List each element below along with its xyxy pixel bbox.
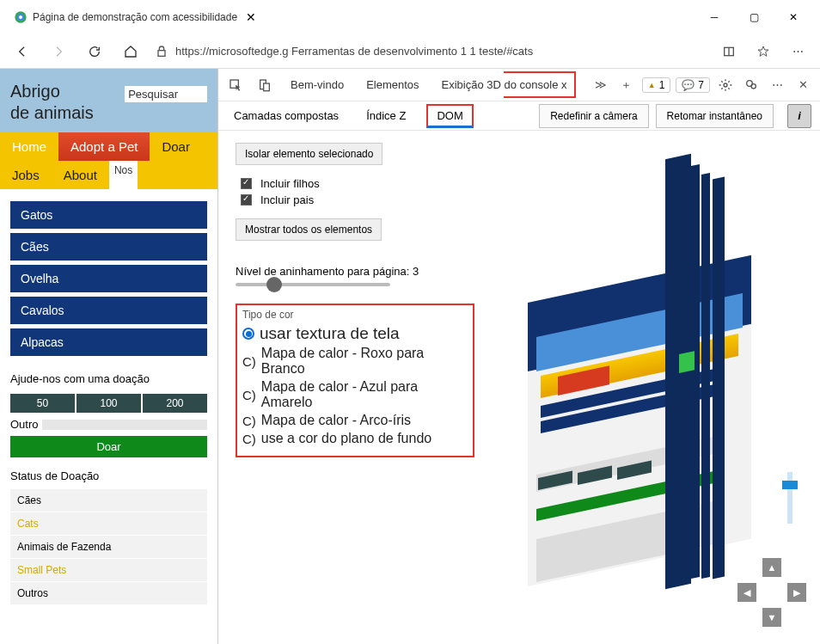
page-header: Abrigo de animais Pesquisar [0, 69, 217, 132]
tab-elements[interactable]: Elementos [359, 73, 425, 96]
pan-down[interactable]: ▼ [762, 608, 781, 627]
window-close[interactable]: ✕ [774, 3, 813, 31]
browser-tab[interactable]: Página de demonstração com acessibilidad… [7, 7, 266, 28]
tab-title: Página de demonstração com acessibilidad… [33, 11, 237, 23]
nav-home[interactable]: Home [0, 132, 58, 161]
radio-screen-texture[interactable] [242, 328, 254, 340]
nav-nos[interactable]: Nos [109, 161, 138, 189]
animal-list: Gatos Cães Ovelha Cavalos Alpacas [0, 189, 217, 356]
radio-blue-yellow-label[interactable]: Mapa de calor - Azul para Amarelo [261, 379, 468, 410]
svg-rect-7 [264, 83, 270, 91]
animal-caes[interactable]: Cães [10, 233, 207, 261]
device-icon[interactable] [254, 75, 275, 95]
include-parents-label: Incluir pais [260, 193, 314, 206]
tab-3d-console[interactable]: Exibição 3D do console x [435, 73, 574, 96]
pan-up[interactable]: ▲ [762, 558, 781, 577]
window-minimize[interactable]: ─ [695, 3, 734, 31]
window-titlebar: Página de demonstração com acessibilidad… [0, 0, 820, 34]
retake-snapshot-button[interactable]: Retomar instantâneo [656, 104, 774, 128]
address-bar[interactable]: https://microsoftedge.g Ferramentas de d… [155, 45, 705, 58]
isolate-button[interactable]: Isolar elemento selecionado [236, 143, 382, 165]
dom-controls: Isolar elemento selecionado Incluir filh… [218, 131, 476, 644]
status-fazenda[interactable]: Animais de Fazenda [10, 536, 207, 559]
3d-view[interactable]: ▲ ▼ ◀ ▶ [476, 131, 820, 644]
status-cats[interactable]: Cats [10, 512, 207, 536]
messages-badge[interactable]: 💬7 [676, 77, 710, 93]
page-title-line1: Abrigo [10, 82, 60, 101]
svg-rect-3 [158, 50, 165, 56]
include-children-checkbox[interactable] [241, 178, 252, 189]
zoom-thumb[interactable] [782, 481, 798, 489]
browser-toolbar: https://microsoftedge.g Ferramentas de d… [0, 34, 820, 69]
nesting-label: Nível de aninhamento para página: 3 [236, 265, 464, 278]
slider-thumb[interactable] [266, 277, 282, 292]
nav-about[interactable]: About [52, 161, 109, 189]
animal-gatos[interactable]: Gatos [10, 201, 207, 229]
pan-right[interactable]: ▶ [787, 583, 806, 602]
subtab-dom[interactable]: DOM [426, 104, 473, 128]
animal-ovelha[interactable]: Ovelha [10, 265, 207, 292]
svg-point-8 [724, 83, 727, 87]
reset-camera-button[interactable]: Redefinir a câmera [539, 104, 648, 128]
nav-doar[interactable]: Doar [150, 132, 202, 161]
status-heading: Status de Doação [10, 469, 207, 482]
nav-jobs[interactable]: Jobs [0, 161, 52, 189]
animal-alpacas[interactable]: Alpacas [10, 328, 207, 356]
donation-status: Status de Doação Cães Cats Animais de Fa… [0, 457, 217, 605]
devtools-more-icon[interactable]: ⋯ [767, 75, 787, 95]
other-label: Outro [10, 418, 39, 431]
subtab-zindex[interactable]: Índice Z [359, 104, 413, 127]
amount-50[interactable]: 50 [10, 394, 75, 413]
devtools-panel: Bem-vindo Elementos Exibição 3D do conso… [218, 69, 820, 644]
radio-purple-white-label[interactable]: Mapa de calor - Roxo para Branco [261, 346, 468, 377]
include-parents-checkbox[interactable] [241, 194, 252, 205]
pan-left[interactable]: ◀ [737, 583, 756, 602]
radio-background-label[interactable]: use a cor do plano de fundo [261, 431, 431, 446]
nav-adopt[interactable]: Adopt a Pet [58, 132, 150, 161]
status-caes[interactable]: Cães [10, 489, 207, 512]
inspect-icon[interactable] [225, 75, 246, 95]
reader-icon[interactable] [717, 40, 741, 64]
tab-welcome[interactable]: Bem-vindo [284, 73, 351, 96]
more-tabs-icon[interactable]: ≫ [591, 75, 611, 95]
other-input[interactable] [42, 420, 207, 430]
feedback-icon[interactable] [741, 75, 762, 95]
window-maximize[interactable]: ▢ [734, 3, 774, 31]
search-label[interactable]: Pesquisar [125, 86, 207, 102]
radio-rainbow-label[interactable]: Mapa de calor - Arco-íris [261, 413, 411, 428]
devtools-sub-tabs: Camadas compostas Índice Z DOM Redefinir… [218, 101, 820, 131]
amount-200[interactable]: 200 [143, 394, 207, 413]
tab-close-icon[interactable]: ✕ [242, 10, 260, 24]
favorite-icon[interactable] [751, 40, 775, 64]
donate-heading: Ajude-nos com uma doação [10, 372, 207, 385]
url-text: https://microsoftedge.g Ferramentas de d… [175, 45, 533, 58]
include-children-label: Incluir filhos [260, 177, 320, 190]
animal-cavalos[interactable]: Cavalos [10, 297, 207, 324]
devtools-close-icon[interactable]: ✕ [792, 75, 813, 95]
svg-point-10 [751, 83, 756, 88]
edge-favicon [14, 10, 28, 24]
back-button[interactable] [10, 40, 34, 64]
status-outros[interactable]: Outros [10, 582, 207, 605]
home-button[interactable] [119, 40, 143, 64]
devtools-top-tabs: Bem-vindo Elementos Exibição 3D do conso… [218, 69, 820, 101]
forward-button [46, 40, 70, 64]
donate-section: Ajude-nos com uma doação 50 100 200 Outr… [0, 360, 217, 457]
info-button[interactable]: i [787, 104, 811, 128]
warnings-badge[interactable]: ▲1 [642, 77, 671, 93]
main-nav: Home Adopt a Pet Doar Jobs About Nos [0, 132, 217, 189]
status-smallpets[interactable]: Small Pets [10, 559, 207, 582]
more-icon[interactable]: ⋯ [786, 40, 810, 64]
donate-button[interactable]: Doar [10, 436, 207, 457]
refresh-button[interactable] [83, 40, 107, 64]
zoom-slider[interactable] [787, 472, 792, 524]
svg-point-2 [19, 15, 22, 19]
color-type-group: Tipo de cor usar textura de tela C) Mapa… [236, 304, 474, 457]
show-all-button[interactable]: Mostrar todos os elementos [236, 218, 382, 241]
subtab-composited[interactable]: Camadas compostas [227, 104, 346, 127]
add-tab-icon[interactable]: ＋ [616, 75, 637, 95]
amount-100[interactable]: 100 [76, 394, 141, 413]
nesting-slider[interactable] [236, 283, 390, 286]
pan-control: ▲ ▼ ◀ ▶ [737, 558, 806, 627]
settings-icon[interactable] [715, 75, 736, 95]
